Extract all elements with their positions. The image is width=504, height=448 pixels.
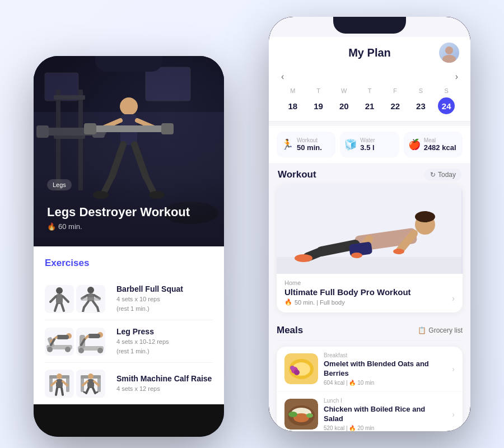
svg-rect-69 [87, 379, 94, 388]
stat-meal-value: 2482 kcal [424, 143, 456, 152]
cal-date-19[interactable]: 19 [310, 97, 327, 114]
meal-icon: 🍎 [408, 138, 421, 151]
workout-card-name: Ultimate Full Body Pro Workout [284, 287, 455, 297]
stat-water-info: Water 3.5 l [360, 137, 375, 152]
grocery-list-button[interactable]: 📋 Grocery list [418, 326, 463, 334]
stat-meal[interactable]: 🍎 Meal 2482 kcal [404, 132, 463, 157]
exercise-2-name: Leg Press [116, 327, 213, 336]
svg-point-87 [295, 254, 312, 262]
exercise-item-2[interactable]: Leg Press 4 sets x 10-12 reps(rest 1 min… [45, 320, 213, 363]
svg-line-29 [55, 304, 57, 311]
stat-water-label: Water [360, 137, 375, 143]
stat-workout-info: Workout 50 min. [297, 137, 322, 152]
stat-meal-info: Meal 2482 kcal [424, 137, 456, 152]
scroll-content[interactable]: Workout ↻ Today [269, 163, 470, 431]
cal-letter-wed: W [341, 87, 347, 94]
svg-line-38 [83, 307, 84, 312]
meal-arrow-lunch: › [452, 410, 455, 419]
cal-day-sat: S 23 [408, 87, 434, 114]
svg-rect-35 [81, 297, 101, 301]
athlete-squat-icon [73, 90, 185, 213]
meal-breakfast-info: Breakfast Omelet with Blended Oats and B… [324, 352, 446, 386]
meals-outer: Meals 📋 Grocery list [277, 318, 463, 341]
exercises-title: Exercises [45, 258, 213, 269]
cal-date-23[interactable]: 23 [412, 97, 429, 114]
svg-rect-5 [56, 90, 60, 190]
workout-card[interactable]: Home Ultimate Full Body Pro Workout 🔥 50… [277, 184, 463, 312]
exercise-item-3[interactable]: Smith Machine Calf Raise 4 sets x 12 rep… [45, 363, 213, 404]
workout-card-image [277, 184, 463, 274]
svg-line-36 [84, 301, 88, 307]
svg-line-21 [104, 176, 112, 193]
svg-line-37 [93, 301, 97, 307]
workout-section-header: Workout ↻ Today [269, 163, 470, 184]
meal-lunch-info: Lunch I Chicken with Boiled Rice and Sal… [324, 398, 446, 431]
list-icon: 📋 [418, 326, 426, 334]
left-workout-duration: 🔥 60 min. [47, 222, 82, 231]
cal-next-arrow[interactable]: › [452, 71, 461, 83]
svg-rect-53 [88, 334, 100, 338]
legs-badge-label: Legs [53, 181, 66, 188]
exercise-3-name: Smith Machine Calf Raise [116, 374, 213, 383]
exercise-1-name: Barbell Full Squat [116, 284, 213, 293]
svg-line-30 [62, 304, 64, 311]
cal-prev-arrow[interactable]: ‹ [278, 71, 287, 83]
meals-header: Meals 📋 Grocery list [277, 318, 463, 341]
svg-point-77 [442, 55, 456, 63]
svg-point-25 [56, 287, 63, 294]
svg-line-19 [112, 144, 123, 176]
stat-workout[interactable]: 🏃 Workout 50 min. [277, 132, 335, 157]
left-phone-screen: Legs Legs Destroyer Workout 🔥 60 min. Ex… [34, 56, 224, 437]
svg-point-59 [57, 374, 62, 379]
page-title: My Plan [300, 46, 439, 59]
today-button[interactable]: ↻ Today [424, 169, 461, 181]
exercise-1-details: 4 sets x 10 reps(rest 1 min.) [116, 295, 213, 313]
svg-rect-18 [161, 123, 174, 134]
calendar-section: ‹ › M 18 T 19 W 20 [269, 66, 470, 122]
left-phone-notch [95, 56, 162, 72]
svg-point-95 [294, 370, 300, 375]
exercise-img-1b [76, 285, 105, 313]
svg-point-42 [47, 347, 53, 352]
meal-item-breakfast[interactable]: Breakfast Omelet with Blended Oats and B… [277, 347, 463, 392]
svg-point-102 [306, 413, 313, 418]
right-phone-screen: My Plan ‹ › M 18 [269, 17, 470, 431]
cal-date-18[interactable]: 18 [284, 97, 301, 114]
meal-breakfast-name: Omelet with Blended Oats and Berries [324, 360, 446, 379]
exercise-img-3b [76, 370, 105, 398]
workout-section-title: Workout [278, 169, 316, 180]
svg-rect-10 [36, 125, 49, 138]
grocery-label: Grocery list [428, 326, 463, 334]
workout-location: Home [284, 279, 455, 286]
svg-rect-60 [56, 379, 63, 388]
cal-day-mon: M 18 [280, 87, 306, 114]
meal-item-lunch[interactable]: Lunch I Chicken with Boiled Rice and Sal… [277, 392, 463, 431]
cal-date-22[interactable]: 22 [387, 97, 404, 114]
card-arrow-icon: › [452, 293, 455, 304]
cal-date-20[interactable]: 20 [335, 97, 352, 114]
stat-water[interactable]: 🧊 Water 3.5 l [340, 132, 399, 157]
stat-water-value: 3.5 l [360, 143, 375, 152]
cal-date-21[interactable]: 21 [361, 97, 378, 114]
avatar[interactable] [439, 43, 459, 63]
water-icon: 🧊 [344, 138, 357, 151]
refresh-icon: ↻ [430, 171, 436, 179]
meal-lunch-meta: 520 kcal | 🔥 20 min [324, 425, 446, 431]
svg-point-43 [65, 347, 71, 352]
stat-workout-label: Workout [297, 137, 322, 143]
svg-line-27 [50, 296, 56, 302]
exercise-item[interactable]: Barbell Full Squat 4 sets x 10 reps(rest… [45, 278, 213, 320]
cal-date-24[interactable]: 24 [438, 97, 455, 114]
svg-point-51 [97, 348, 103, 353]
svg-line-74 [84, 392, 86, 393]
exercise-1-info: Barbell Full Squat 4 sets x 10 reps(rest… [116, 284, 213, 313]
meal-lunch-type: Lunch I [324, 398, 446, 404]
cal-day-sun: S 24 [433, 87, 459, 114]
svg-line-64 [62, 388, 63, 395]
svg-rect-16 [90, 125, 168, 132]
workout-hero: Legs Legs Destroyer Workout 🔥 60 min. [34, 56, 224, 246]
svg-line-22 [146, 176, 154, 193]
fire-icon: 🔥 [284, 298, 292, 306]
stat-workout-value: 50 min. [297, 143, 322, 152]
svg-point-76 [445, 46, 453, 54]
